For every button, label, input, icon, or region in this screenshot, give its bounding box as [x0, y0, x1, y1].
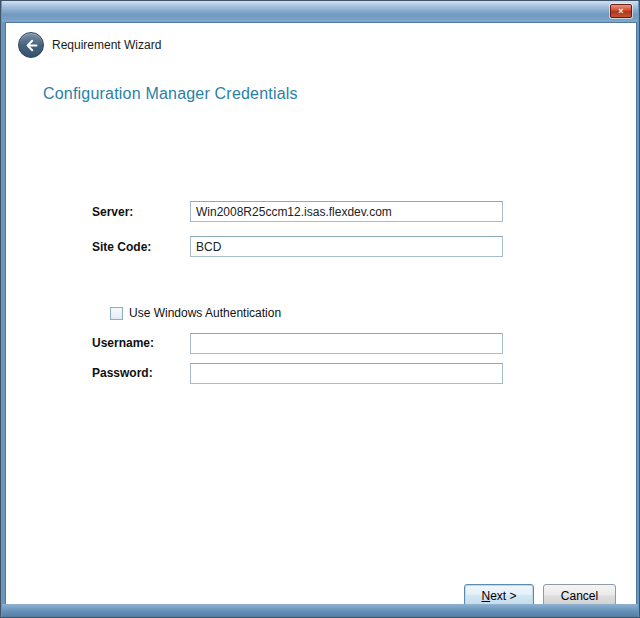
close-icon: ×	[618, 6, 623, 16]
back-arrow-icon	[25, 39, 38, 52]
wizard-window: × Requirement Wizard Configuration Manag…	[0, 0, 640, 618]
windows-auth-checkbox[interactable]	[110, 307, 123, 320]
next-button-rest: ext >	[490, 589, 516, 603]
wizard-client-area: Requirement Wizard Configuration Manager…	[5, 22, 637, 606]
username-input[interactable]	[190, 333, 503, 354]
site-code-label: Site Code:	[92, 240, 151, 254]
windows-auth-label[interactable]: Use Windows Authentication	[129, 306, 281, 320]
password-input[interactable]	[190, 363, 503, 384]
password-label: Password:	[92, 366, 153, 380]
page-title: Configuration Manager Credentials	[43, 85, 298, 103]
username-label: Username:	[92, 336, 154, 350]
server-input[interactable]	[190, 201, 503, 222]
site-code-input[interactable]	[190, 236, 503, 257]
wizard-title: Requirement Wizard	[52, 38, 161, 52]
next-button-accel: N	[481, 589, 490, 603]
close-button[interactable]: ×	[610, 4, 632, 18]
back-button[interactable]	[18, 32, 44, 58]
window-bottom-frame	[2, 604, 638, 617]
titlebar: ×	[2, 1, 638, 22]
server-label: Server:	[92, 205, 133, 219]
